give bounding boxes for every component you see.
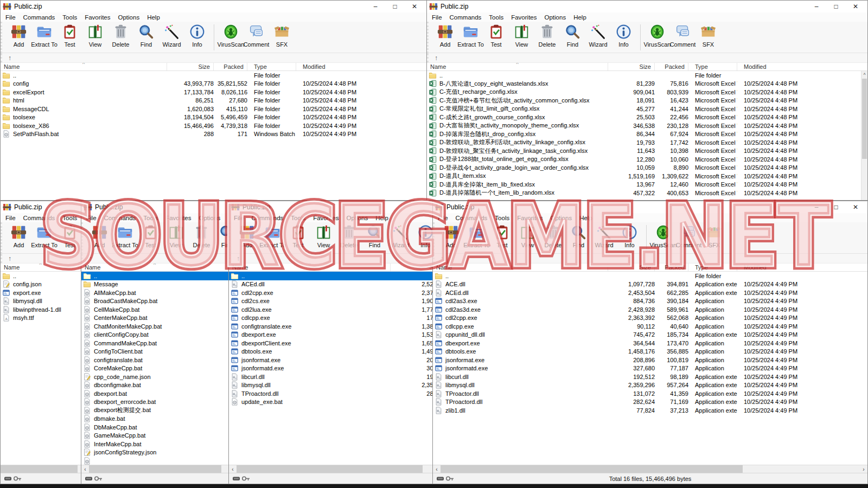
menu-help[interactable]: Help [576, 215, 596, 221]
scrollbar-thumb[interactable] [441, 465, 743, 473]
scrollbar-track[interactable] [237, 465, 432, 473]
titlebar[interactable]: Public.zip [229, 201, 432, 213]
find-button[interactable]: Find [362, 223, 387, 248]
file-row[interactable]: cdl2as3d.exe2,428,928589,961Application1… [433, 305, 867, 314]
menu-help[interactable]: Help [372, 215, 392, 221]
column-header-type[interactable]: Type [688, 63, 737, 70]
menu-tools[interactable]: Tools [59, 215, 81, 221]
file-row[interactable]: ACEd.dll2,529,28 [229, 280, 432, 289]
column-header-modified[interactable]: Modified [737, 264, 867, 271]
view-button[interactable]: View [509, 23, 534, 48]
file-row[interactable]: cdl2cs.exe1,905,15 [229, 297, 432, 306]
file-row[interactable]: dbconfigmake.bat [81, 381, 228, 390]
file-row[interactable]: B-八荒论道t_copy_eight_wastelands.xlsx81,239… [427, 80, 867, 88]
test-button[interactable]: Test [138, 223, 163, 248]
menu-file[interactable]: File [434, 215, 452, 221]
delete-button[interactable]: Delete [108, 23, 133, 48]
file-row[interactable]: ..File folder [1, 71, 426, 80]
scroll-left-arrow[interactable]: ‹ [433, 466, 441, 472]
file-row[interactable]: ..File folder [433, 272, 867, 280]
file-row[interactable]: D-敦煌联动_聚宝任务t_activity_linkage_task_confi… [427, 147, 867, 156]
extract-button[interactable]: Extract To [260, 223, 285, 248]
file-row[interactable]: InterMakeCpp.bat [81, 440, 228, 448]
file-row[interactable]: ChatMoniterMakeCpp.bat [81, 322, 228, 331]
wizard-button[interactable]: Wizard [585, 23, 611, 48]
file-row[interactable]: BroadCastMakeCpp.bat [81, 297, 228, 306]
menu-tools[interactable]: Tools [287, 215, 309, 221]
menu-file[interactable]: File [230, 215, 248, 221]
test-button[interactable]: Test [57, 23, 82, 48]
close-button[interactable]: ✕ [846, 1, 865, 12]
close-button[interactable]: ✕ [405, 1, 424, 12]
column-header-type[interactable]: Type [688, 264, 737, 271]
file-row[interactable]: jsonformatd.exe308,22 [229, 364, 432, 373]
file-row[interactable]: ACE.dll1,097,728394,891Application exten… [433, 280, 867, 289]
view-button[interactable]: View [82, 23, 108, 48]
comment-button[interactable]: Comment [670, 23, 695, 48]
file-row[interactable]: update_exe.bat [229, 398, 432, 407]
extract-button[interactable]: Extract To [458, 23, 483, 48]
file-row[interactable]: dbexportClient.exe1,658,88 [229, 339, 432, 348]
column-header-size[interactable]: Size [608, 264, 655, 271]
delete-button[interactable]: Delete [540, 223, 566, 248]
file-row[interactable]: SetPathFlash.bat288171Windows Batch File… [1, 130, 426, 139]
menu-options[interactable]: Options [195, 215, 225, 221]
horizontal-scrollbar[interactable]: ‹ [81, 465, 228, 473]
file-row[interactable]: cdl2cpp.exe2,363,392562,068Application10… [433, 314, 867, 323]
file-row[interactable]: jsonConfigStrategy.json [81, 448, 228, 457]
file-row[interactable]: config43,993,77835,821,552File folder10/… [1, 80, 426, 88]
sfx-button[interactable]: SFX [269, 23, 295, 48]
minimize-button[interactable]: – [807, 1, 826, 12]
up-directory-row[interactable]: ↑ [433, 254, 867, 264]
add-button[interactable]: Add [234, 223, 260, 248]
menu-help[interactable]: Help [143, 14, 164, 21]
sfx-button[interactable]: SFX [695, 23, 721, 48]
column-header-name[interactable]: Name^ [229, 264, 391, 271]
titlebar[interactable]: Public.zip–□✕ [1, 1, 426, 12]
file-row[interactable]: ConfigToClient.bat [81, 348, 228, 356]
column-header-name[interactable]: Name^ [427, 63, 608, 70]
scrollbar-thumb[interactable] [862, 79, 867, 159]
titlebar[interactable]: Public.zip [1, 201, 81, 213]
sfx-button[interactable]: SFX [701, 223, 727, 248]
menu-options[interactable]: Options [114, 14, 144, 21]
column-header-name[interactable]: Name^ [433, 264, 608, 271]
extract-button[interactable]: Extract To [464, 223, 489, 248]
column-header-packed[interactable]: Packed [655, 264, 688, 271]
file-row[interactable]: D-敦煌联动_敦煌系列活动t_activity_linkage_config.x… [427, 138, 867, 147]
column-header-type[interactable]: Type [247, 63, 296, 70]
horizontal-scrollbar[interactable]: ‹› [433, 465, 867, 473]
file-row[interactable]: C-成长之路t_growth_course_config.xlsx25,5032… [427, 113, 867, 122]
view-button[interactable]: View [163, 223, 189, 248]
menu-favorites[interactable]: Favorites [309, 215, 342, 221]
file-row[interactable]: cdl2cpp.exe2,379,77 [229, 288, 432, 297]
test-button[interactable]: Test [483, 23, 509, 48]
file-row[interactable]: libmysql.dll2,359,296957,264Application … [433, 381, 867, 390]
horizontal-scrollbar[interactable] [1, 465, 81, 473]
minimize-button[interactable]: – [366, 1, 385, 12]
column-header-size[interactable]: Size [391, 264, 433, 271]
file-row[interactable]: D-道具掉落随机一个t_item_lib_random.xlsx457,3224… [427, 189, 867, 197]
file-row[interactable]: libmysql.dll [1, 297, 81, 306]
test-button[interactable]: Test [57, 223, 81, 248]
menu-file[interactable]: File [2, 215, 20, 221]
file-row[interactable]: C-充值t_recharge_config.xlsx909,041803,939… [427, 88, 867, 97]
column-header-size[interactable]: Size [167, 63, 214, 70]
menu-favorites[interactable]: Favorites [81, 14, 114, 21]
maximize-button[interactable]: □ [385, 1, 405, 12]
scrollbar-thumb[interactable] [1, 465, 78, 473]
file-row[interactable]: .. [81, 272, 228, 280]
menu-favorites[interactable]: Favorites [513, 215, 546, 221]
file-row[interactable]: libwinpthread-1.dll [1, 305, 81, 314]
column-header-name[interactable]: Name^ [81, 264, 228, 271]
info-button[interactable]: Info [611, 23, 636, 48]
file-row[interactable]: D-道具t_item.xlsx1,519,1691,309,622Microso… [427, 172, 867, 181]
file-row[interactable]: dbtools.exe1,458,176356,885Application10… [433, 348, 867, 356]
file-row[interactable]: toolsexe_X8615,466,4964,739,318File fold… [1, 121, 426, 130]
file-row[interactable]: GameMakeCpp.bat [81, 432, 228, 440]
delete-button[interactable]: Delete [534, 23, 560, 48]
add-button[interactable]: Add [6, 223, 31, 248]
wizard-button[interactable]: Wizard [591, 223, 617, 248]
scrollbar-thumb[interactable] [89, 465, 221, 473]
menu-tools[interactable]: Tools [59, 14, 81, 21]
